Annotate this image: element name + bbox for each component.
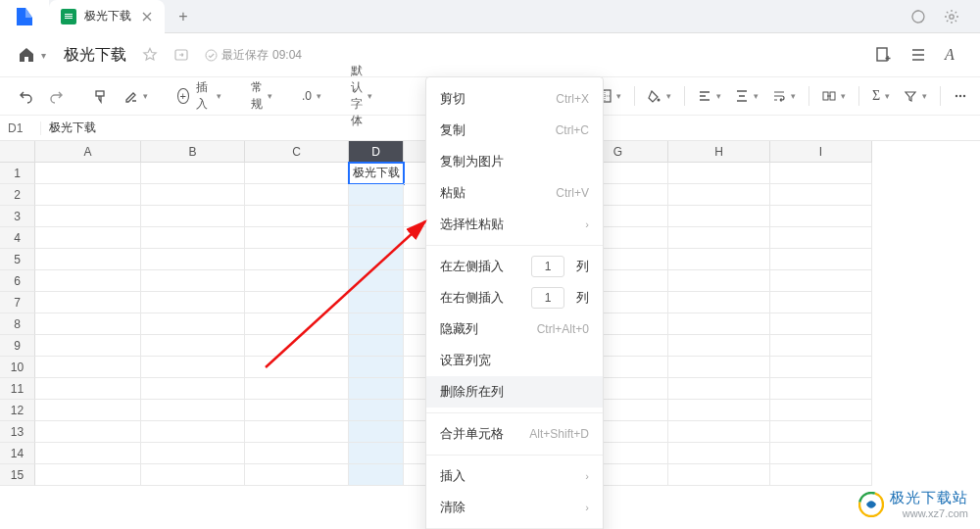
- insert-right-count-input[interactable]: [531, 287, 564, 309]
- wrap-dropdown[interactable]: ▾: [767, 85, 801, 107]
- cell[interactable]: [245, 443, 349, 464]
- row-header[interactable]: 8: [0, 313, 35, 335]
- cell[interactable]: [349, 313, 404, 335]
- cell[interactable]: [245, 206, 349, 227]
- sum-dropdown[interactable]: Σ▾: [867, 84, 895, 108]
- row-header[interactable]: 2: [0, 184, 35, 206]
- cell[interactable]: [770, 206, 872, 227]
- row-header[interactable]: 13: [0, 421, 35, 443]
- cell[interactable]: [349, 464, 404, 486]
- cell[interactable]: [141, 313, 245, 335]
- cell[interactable]: [141, 335, 245, 357]
- cell[interactable]: [770, 249, 872, 270]
- cell[interactable]: [349, 206, 404, 227]
- menu-insert-submenu[interactable]: 插入›: [426, 460, 603, 492]
- cell[interactable]: [349, 227, 404, 249]
- cell[interactable]: [35, 378, 141, 400]
- cell[interactable]: [770, 184, 872, 206]
- cell[interactable]: [35, 292, 141, 313]
- cell[interactable]: [141, 249, 245, 270]
- cell[interactable]: [35, 443, 141, 464]
- cell[interactable]: [245, 464, 349, 486]
- cell[interactable]: [35, 163, 141, 184]
- select-all-corner[interactable]: [0, 141, 35, 163]
- new-doc-icon[interactable]: [874, 46, 892, 64]
- cell[interactable]: [35, 206, 141, 227]
- row-header[interactable]: 11: [0, 378, 35, 400]
- cell[interactable]: [770, 313, 872, 335]
- font-style-icon[interactable]: A: [945, 46, 962, 64]
- menu-paste-special[interactable]: 选择性粘贴›: [426, 209, 603, 240]
- cell[interactable]: [245, 313, 349, 335]
- row-header[interactable]: 15: [0, 464, 35, 486]
- row-header[interactable]: 4: [0, 227, 35, 249]
- decimal-dropdown[interactable]: .0▾: [297, 85, 326, 107]
- cell[interactable]: [245, 163, 349, 184]
- cell[interactable]: [668, 378, 770, 400]
- cell[interactable]: [770, 378, 872, 400]
- cell[interactable]: [349, 357, 404, 378]
- cell[interactable]: [349, 335, 404, 357]
- new-tab-button[interactable]: +: [171, 4, 196, 29]
- cell[interactable]: [35, 184, 141, 206]
- cell[interactable]: [35, 335, 141, 357]
- cell[interactable]: [668, 184, 770, 206]
- app-logo[interactable]: [0, 0, 49, 33]
- cell[interactable]: [141, 421, 245, 443]
- menu-delete-column[interactable]: 删除所在列: [426, 376, 603, 408]
- menu-copy-as-image[interactable]: 复制为图片: [426, 146, 603, 177]
- name-box[interactable]: D1: [0, 121, 41, 135]
- undo-button[interactable]: [14, 85, 38, 108]
- cell[interactable]: [35, 227, 141, 249]
- cell[interactable]: [35, 400, 141, 421]
- more-icon[interactable]: [949, 85, 972, 107]
- refresh-icon[interactable]: [909, 8, 927, 25]
- star-icon[interactable]: [142, 47, 158, 63]
- cell[interactable]: [141, 270, 245, 292]
- cell[interactable]: [141, 163, 245, 184]
- cell[interactable]: [668, 227, 770, 249]
- document-title[interactable]: 极光下载: [64, 45, 126, 66]
- cell[interactable]: [141, 184, 245, 206]
- cell[interactable]: [141, 292, 245, 313]
- redo-button[interactable]: [44, 85, 69, 108]
- menu-set-column-width[interactable]: 设置列宽: [426, 345, 603, 376]
- cell[interactable]: [349, 249, 404, 270]
- cell[interactable]: [141, 464, 245, 486]
- cell[interactable]: [770, 400, 872, 421]
- menu-cut[interactable]: 剪切Ctrl+X: [426, 83, 603, 115]
- cell[interactable]: [141, 227, 245, 249]
- column-header[interactable]: A: [35, 141, 141, 163]
- cell[interactable]: 极光下载: [349, 163, 404, 184]
- cell[interactable]: [668, 357, 770, 378]
- insert-left-count-input[interactable]: [531, 256, 564, 277]
- column-header[interactable]: D: [349, 141, 404, 163]
- cell[interactable]: [668, 292, 770, 313]
- number-format-dropdown[interactable]: 常规▾: [246, 75, 277, 117]
- cell[interactable]: [141, 206, 245, 227]
- row-header[interactable]: 10: [0, 357, 35, 378]
- cell[interactable]: [770, 227, 872, 249]
- menu-insert-left[interactable]: 在左侧插入 列: [426, 251, 603, 282]
- cell[interactable]: [141, 357, 245, 378]
- cell[interactable]: [35, 249, 141, 270]
- cell[interactable]: [668, 313, 770, 335]
- menu-icon[interactable]: [909, 46, 927, 64]
- column-header[interactable]: H: [668, 141, 770, 163]
- cell[interactable]: [245, 270, 349, 292]
- cell[interactable]: [770, 443, 872, 464]
- format-painter-button[interactable]: [88, 85, 113, 108]
- cell[interactable]: [245, 335, 349, 357]
- cell[interactable]: [668, 249, 770, 270]
- cell[interactable]: [770, 292, 872, 313]
- cell[interactable]: [35, 270, 141, 292]
- cell[interactable]: [349, 292, 404, 313]
- cell[interactable]: [245, 400, 349, 421]
- filter-dropdown[interactable]: ▾: [899, 85, 932, 107]
- insert-dropdown[interactable]: +插入▾: [172, 75, 226, 117]
- column-header[interactable]: C: [245, 141, 349, 163]
- cell[interactable]: [349, 184, 404, 206]
- cell[interactable]: [35, 313, 141, 335]
- cell[interactable]: [245, 357, 349, 378]
- cell[interactable]: [245, 378, 349, 400]
